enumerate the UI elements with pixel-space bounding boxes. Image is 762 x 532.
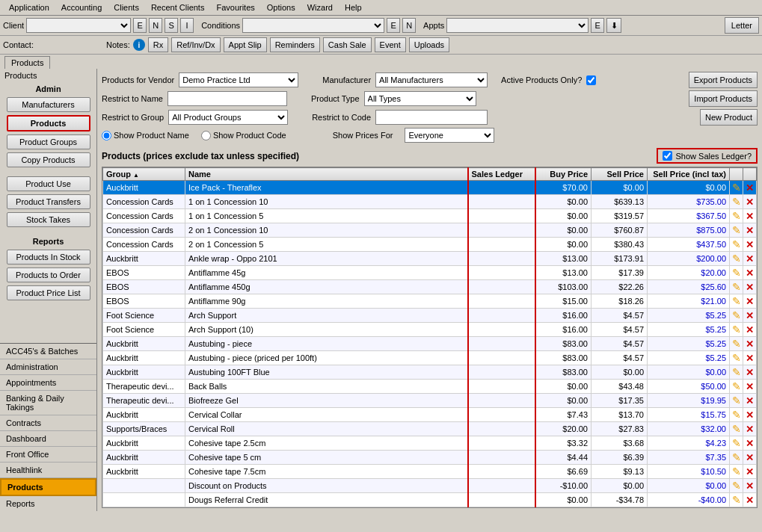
table-row[interactable]: Concession Cards 1 on 1 Concession 5 $0.… [103, 209, 757, 223]
active-only-checkbox[interactable] [586, 75, 596, 85]
i-button[interactable]: I [180, 18, 194, 33]
table-row[interactable]: Auckbritt Austubing - piece $83.00 $4.57… [103, 337, 757, 351]
client-label: Client [3, 21, 24, 30]
table-row[interactable]: Therapeutic devi... Biofreeze Gel $0.00 … [103, 394, 757, 408]
table-row[interactable]: Foot Science Arch Support (10) $16.00 $4… [103, 323, 757, 337]
ref-button[interactable]: Ref/Inv/Dx [171, 37, 220, 52]
product-use-button[interactable]: Product Use [7, 176, 90, 191]
appt-slip-button[interactable]: Appt Slip [224, 37, 267, 52]
nav-front-office[interactable]: Front Office [0, 447, 96, 463]
table-row[interactable]: EBOS Antiflamme 90g $15.00 $18.26 $21.00… [103, 294, 757, 309]
restrict-group-combo[interactable]: All Product Groups [168, 110, 288, 125]
col-buy-price[interactable]: Buy Price [535, 168, 592, 181]
table-row[interactable]: Concession Cards 1 on 1 Concession 10 $0… [103, 195, 757, 209]
table-row[interactable]: Foot Science Arch Support $16.00 $4.57 $… [103, 309, 757, 323]
product-groups-button[interactable]: Product Groups [7, 134, 90, 149]
new-product-button[interactable]: New Product [700, 109, 758, 126]
vendor-combo[interactable]: Demo Practice Ltd [179, 72, 298, 87]
info-circle-icon[interactable]: i [133, 39, 145, 51]
table-row[interactable]: EBOS Antiflamme 45g $13.00 $17.39 $20.00… [103, 266, 757, 280]
table-row[interactable]: Therapeutic devi... Back Balls $0.00 $43… [103, 380, 757, 394]
products-button[interactable]: Products [7, 115, 90, 132]
show-name-radio-label[interactable]: Show Product Name [102, 131, 189, 140]
client-combo[interactable] [26, 18, 131, 33]
nav-contracts[interactable]: Contracts [0, 415, 96, 431]
table-row[interactable]: Auckbritt Austubing - piece (priced per … [103, 351, 757, 365]
e3-button[interactable]: E [591, 18, 604, 33]
menu-help[interactable]: Help [339, 1, 368, 13]
reports-section-title: Reports [0, 235, 96, 248]
col-delete [743, 168, 757, 181]
menu-wizard[interactable]: Wizard [301, 1, 339, 13]
nav-products[interactable]: Products [0, 478, 96, 496]
nav-dashboard[interactable]: Dashboard [0, 431, 96, 447]
table-row[interactable]: Emuology E-Balm 100g $25.00 $26.09 $30.0… [103, 507, 757, 509]
table-row[interactable]: Auckbritt Cohesive tape 7.5cm $6.69 $9.1… [103, 465, 757, 479]
nav-reports[interactable]: Reports [0, 496, 96, 511]
products-to-order-button[interactable]: Products to Order [7, 267, 90, 282]
restrict-group-label: Restrict to Group [102, 113, 164, 122]
event-button[interactable]: Event [375, 37, 406, 52]
e-button[interactable]: E [133, 18, 147, 33]
rx-button[interactable]: Rx [148, 37, 168, 52]
export-products-button[interactable]: Export Products [689, 72, 758, 88]
table-row[interactable]: Auckbritt Cervical Collar $7.43 $13.70 $… [103, 408, 757, 422]
nav-appointments[interactable]: Appointments [0, 375, 96, 391]
show-name-radio[interactable] [102, 131, 111, 140]
col-sell-price-tax[interactable]: Sell Price (incl tax) [648, 168, 730, 181]
letter-button[interactable]: Letter [725, 17, 759, 34]
col-group[interactable]: Group ▲ [103, 168, 185, 181]
table-row[interactable]: Auckbritt Ankle wrap - Oppo 2101 $13.00 … [103, 252, 757, 266]
menu-application[interactable]: Application [3, 1, 55, 13]
download-button[interactable]: ⬇ [606, 18, 621, 33]
nav-administration[interactable]: Administration [0, 359, 96, 375]
conditions-combo[interactable] [242, 18, 384, 33]
table-row[interactable]: Discount on Products -$10.00 $0.00 $0.00… [103, 479, 757, 493]
product-transfers-button[interactable]: Product Transfers [7, 194, 90, 209]
n2-button[interactable]: N [402, 18, 416, 33]
table-row[interactable]: Auckbritt Ice Pack - Theraflex $70.00 $0… [103, 181, 757, 195]
table-row[interactable]: Concession Cards 2 on 1 Concession 10 $0… [103, 223, 757, 238]
show-sales-ledger-checkbox[interactable] [663, 151, 672, 161]
e2-button[interactable]: E [387, 18, 400, 33]
show-code-radio-label[interactable]: Show Product Code [201, 131, 286, 140]
product-price-list-button[interactable]: Product Price List [7, 285, 90, 300]
nav-healthlink[interactable]: Healthlink [0, 463, 96, 478]
col-sales-ledger[interactable]: Sales Ledger [468, 168, 535, 181]
table-row[interactable]: Auckbritt Austubing 100FT Blue $83.00 $0… [103, 365, 757, 380]
table-row[interactable]: Auckbritt Cohesive tape 5 cm $4.44 $6.39… [103, 451, 757, 465]
tab-products[interactable]: Products [4, 56, 50, 69]
table-row[interactable]: Supports/Braces Cervical Roll $20.00 $27… [103, 422, 757, 436]
nav-banking[interactable]: Banking & Daily Takings [0, 391, 96, 415]
table-row[interactable]: EBOS Antiflamme 450g $103.00 $22.26 $25.… [103, 280, 757, 294]
copy-products-button[interactable]: Copy Products [7, 152, 90, 167]
appts-combo[interactable] [446, 18, 589, 33]
n-button[interactable]: N [149, 18, 162, 33]
nav-acc45[interactable]: ACC45's & Batches [0, 344, 96, 359]
import-products-button[interactable]: Import Products [689, 90, 758, 107]
show-prices-combo[interactable]: Everyone [405, 128, 494, 143]
reminders-button[interactable]: Reminders [270, 37, 320, 52]
products-in-stock-button[interactable]: Products In Stock [7, 250, 90, 265]
restrict-code-input[interactable] [375, 110, 488, 125]
restrict-name-input[interactable] [168, 91, 287, 106]
stock-takes-button[interactable]: Stock Takes [7, 212, 90, 227]
menu-options[interactable]: Options [261, 1, 301, 13]
table-row[interactable]: Dougs Referral Credit $0.00 -$34.78 -$40… [103, 493, 757, 507]
menu-accounting[interactable]: Accounting [55, 1, 108, 13]
table-row[interactable]: Auckbritt Cohesive tape 2.5cm $3.32 $3.6… [103, 436, 757, 451]
menu-favourites[interactable]: Favourites [210, 1, 260, 13]
right-content: Products for Vendor Demo Practice Ltd Ma… [97, 69, 762, 511]
col-sell-price[interactable]: Sell Price [592, 168, 648, 181]
uploads-button[interactable]: Uploads [409, 37, 449, 52]
table-row[interactable]: Concession Cards 2 on 1 Concession 5 $0.… [103, 238, 757, 252]
cash-sale-button[interactable]: Cash Sale [323, 37, 372, 52]
s-button[interactable]: S [165, 18, 178, 33]
show-code-radio[interactable] [201, 131, 211, 140]
product-type-combo[interactable]: All Types [364, 91, 476, 106]
col-name[interactable]: Name [185, 168, 468, 181]
manufacturers-button[interactable]: Manufacturers [7, 97, 90, 112]
manufacturer-combo[interactable]: All Manufacturers [375, 72, 488, 87]
menu-clients[interactable]: Clients [108, 1, 145, 13]
menu-recent-clients[interactable]: Recent Clients [145, 1, 211, 13]
